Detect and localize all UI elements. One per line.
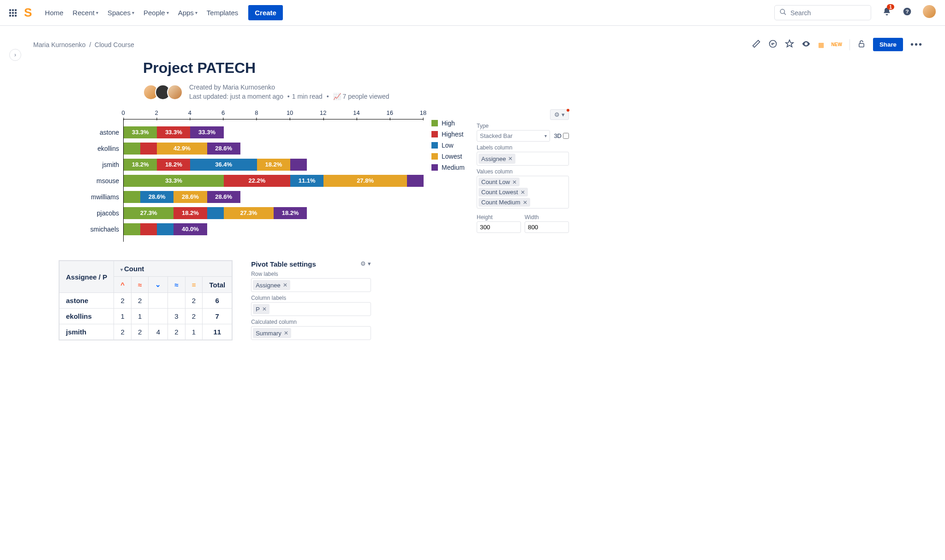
bar-segment-highest[interactable]: 22.2% xyxy=(224,175,290,187)
bar-segment-low[interactable] xyxy=(207,207,224,219)
legend-item[interactable]: High xyxy=(431,119,468,127)
3d-checkbox[interactable] xyxy=(563,133,569,139)
bar-segment-lowest[interactable]: 28.6% xyxy=(173,191,207,203)
bar-segment-highest[interactable]: 18.2% xyxy=(157,159,190,171)
analytics-icon[interactable]: 📈 xyxy=(333,93,343,100)
bar-segment-highest[interactable]: 33.3% xyxy=(157,126,190,138)
legend-item[interactable]: Lowest xyxy=(431,153,468,160)
product-logo[interactable]: S xyxy=(24,6,32,20)
nav-home[interactable]: Home xyxy=(41,6,67,19)
remove-tag-icon[interactable]: ✕ xyxy=(520,189,525,196)
bar-segment-medium[interactable] xyxy=(407,175,424,187)
sidebar-toggle-button[interactable]: › xyxy=(9,49,21,61)
bar-segment-high[interactable]: 18.2% xyxy=(124,159,157,171)
app-icon-new[interactable]: NEW xyxy=(831,42,842,47)
bar-segment-medium[interactable]: 18.2% xyxy=(274,207,307,219)
bar-segment-high[interactable] xyxy=(124,223,140,235)
app-icon-1[interactable]: ▦ xyxy=(818,41,824,48)
width-input[interactable] xyxy=(525,221,569,233)
nav-spaces[interactable]: Spaces▾ xyxy=(104,6,138,19)
tag-p[interactable]: P✕ xyxy=(253,304,269,314)
tag-value[interactable]: Count Medium✕ xyxy=(478,198,530,207)
breadcrumb-space[interactable]: Maria Kurnosenko xyxy=(33,41,86,48)
more-actions-button[interactable]: ••• xyxy=(910,39,923,50)
bar-segment-medium[interactable]: 33.3% xyxy=(190,126,223,138)
bar-segment-high[interactable] xyxy=(124,191,140,203)
bar-segment-high[interactable]: 33.3% xyxy=(124,175,224,187)
chart-config-panel: ⚙ ▾ Type Stacked Bar▾ 3D Labels column A… xyxy=(477,109,569,242)
create-button[interactable]: Create xyxy=(248,5,283,20)
tag-value[interactable]: Count Lowest✕ xyxy=(478,188,528,197)
nav-people[interactable]: People▾ xyxy=(140,6,173,19)
bar-segment-medium[interactable]: 28.6% xyxy=(207,191,240,203)
bar-segment-medium[interactable] xyxy=(290,159,307,171)
values-column-input[interactable]: Count Low✕Count Lowest✕Count Medium✕ xyxy=(477,176,569,209)
comment-icon[interactable] xyxy=(768,39,778,50)
contributor-avatars[interactable] xyxy=(143,84,183,100)
breadcrumb-page[interactable]: Cloud Course xyxy=(95,41,134,48)
legend-item[interactable]: Medium xyxy=(431,164,468,171)
bar-segment-low[interactable]: 36.4% xyxy=(190,159,257,171)
unlock-icon[interactable] xyxy=(857,40,866,49)
cell xyxy=(168,293,185,309)
col-labels-input[interactable]: P✕ xyxy=(251,302,371,316)
bar-segment-high[interactable] xyxy=(124,143,140,155)
share-button[interactable]: Share xyxy=(873,38,903,51)
col-priority-high: ^ xyxy=(114,277,132,293)
bar-segment-highest[interactable] xyxy=(140,223,157,235)
row-total: 11 xyxy=(203,324,232,340)
bar-segment-highest[interactable] xyxy=(140,143,157,155)
bar-segment-high[interactable]: 27.3% xyxy=(124,207,173,219)
help-icon[interactable]: ? xyxy=(903,7,912,18)
bar-segment-low[interactable]: 28.6% xyxy=(140,191,173,203)
nav-templates[interactable]: Templates xyxy=(203,6,242,19)
calc-col-input[interactable]: Summary✕ xyxy=(251,326,371,340)
tag-assignee[interactable]: Assignee✕ xyxy=(253,280,290,290)
remove-tag-icon[interactable]: ✕ xyxy=(508,155,513,162)
gear-icon[interactable]: ⚙ xyxy=(360,260,366,267)
tag-summary[interactable]: Summary✕ xyxy=(253,328,291,338)
bar-segment-high[interactable]: 33.3% xyxy=(124,126,157,138)
chevron-down-icon[interactable]: ▾ xyxy=(368,260,371,267)
bar-segment-highest[interactable]: 18.2% xyxy=(173,207,207,219)
remove-tag-icon[interactable]: ✕ xyxy=(523,199,527,206)
bar-segment-medium[interactable]: 28.6% xyxy=(207,143,240,155)
pivot-count-header[interactable]: ▾ Count xyxy=(114,261,232,277)
bar-segment-lowest[interactable]: 27.3% xyxy=(224,207,274,219)
legend-item[interactable]: Highest xyxy=(431,131,468,138)
remove-tag-icon[interactable]: ✕ xyxy=(284,330,288,336)
tag-assignee[interactable]: Assignee✕ xyxy=(478,154,515,164)
cell: 2 xyxy=(185,293,203,309)
chart-settings-button[interactable]: ⚙ ▾ xyxy=(550,109,569,120)
x-tick: 10 xyxy=(287,109,293,116)
nav-apps[interactable]: Apps▾ xyxy=(174,6,201,19)
app-switcher-icon[interactable] xyxy=(9,9,17,17)
bar-segment-low[interactable] xyxy=(157,223,173,235)
star-icon[interactable] xyxy=(785,39,794,50)
bar-segment-lowest[interactable]: 42.9% xyxy=(157,143,207,155)
nav-recent[interactable]: Recent▾ xyxy=(69,6,102,19)
bar-label: msouse xyxy=(57,177,119,185)
edit-icon[interactable] xyxy=(752,39,761,50)
search-input[interactable]: Search xyxy=(774,5,871,20)
chart-type-select[interactable]: Stacked Bar▾ xyxy=(477,130,550,142)
watch-icon[interactable] xyxy=(801,39,811,50)
remove-tag-icon[interactable]: ✕ xyxy=(262,306,267,312)
profile-avatar[interactable] xyxy=(923,5,936,20)
tag-value[interactable]: Count Low✕ xyxy=(478,178,520,186)
legend-item[interactable]: Low xyxy=(431,142,468,149)
bar-segment-low[interactable]: 11.1% xyxy=(290,175,323,187)
col-total: Total xyxy=(203,277,232,293)
labels-column-input[interactable]: Assignee✕ xyxy=(477,152,569,166)
remove-tag-icon[interactable]: ✕ xyxy=(512,179,517,185)
bar-segment-medium[interactable]: 40.0% xyxy=(173,223,207,235)
bar-segment-lowest[interactable]: 27.8% xyxy=(323,175,407,187)
pivot-table: Assignee / P ▾ Count ^ ≈ ⌄ ≈ = Total ast… xyxy=(59,260,233,340)
x-tick: 4 xyxy=(188,109,191,116)
remove-tag-icon[interactable]: ✕ xyxy=(283,282,287,288)
legend-label: Medium xyxy=(442,164,465,171)
bar-segment-lowest[interactable]: 18.2% xyxy=(257,159,290,171)
row-labels-input[interactable]: Assignee✕ xyxy=(251,278,371,292)
notifications-button[interactable]: 1 xyxy=(882,7,891,18)
height-input[interactable] xyxy=(477,221,521,233)
